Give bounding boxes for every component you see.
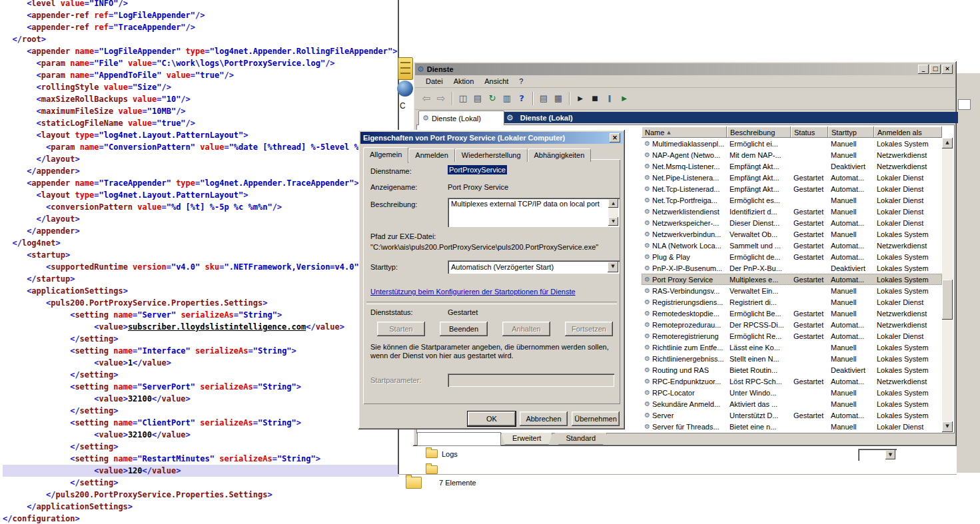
beschreibung-field[interactable]: Multiplexes external TCP/IP data on loca… [448, 198, 620, 227]
forward-icon[interactable]: ⇨ [434, 92, 448, 105]
starten-button[interactable]: Starten [377, 322, 425, 336]
xml-editor[interactable]: <level value="INFO"/> <appender-ref ref=… [0, 0, 400, 524]
filter-dropdown[interactable]: ▼ [858, 449, 897, 461]
dialog-tab[interactable]: Abhängigkeiten [528, 148, 592, 162]
service-row[interactable]: ⚙PnP-X-IP-Busenum...Der PnP-X-Bu...Deakt… [642, 262, 942, 274]
folder-item-logs[interactable]: Logs [426, 449, 458, 458]
column-header-label: Name [645, 129, 664, 136]
pause-icon[interactable]: ‖ [602, 92, 617, 105]
beenden-button[interactable]: Beenden [440, 322, 488, 336]
service-row[interactable]: ⚙Net.Tcp-Portfreiga...Ermöglicht es...Ma… [642, 194, 942, 206]
service-row[interactable]: ⚙Netzwerkspeicher-...Dieser Dienst...Ges… [642, 217, 942, 228]
column-header[interactable]: Anmelden als [874, 127, 942, 138]
status-bar: 7 Elemente [406, 477, 476, 489]
menu-item[interactable]: ? [514, 76, 528, 87]
dialog-tab[interactable]: Anmelden [408, 148, 455, 162]
service-row[interactable]: ⚙RPC-Endpunktzuor...Löst RPC-Sch...Gesta… [642, 376, 942, 387]
service-name: ⚙Registrierungsdiens... [642, 296, 727, 308]
ok-button[interactable]: OK [468, 411, 516, 426]
service-row[interactable]: ⚙Multimediaklassenpl...Ermöglicht ei...M… [642, 138, 942, 149]
beschreibung-scrollbar[interactable]: ▲ ▼ [608, 199, 618, 226]
service-row[interactable]: ⚙Netzwerkverbindun...Verwaltet Ob...Gest… [642, 228, 942, 240]
dropdown-arrow-icon[interactable]: ▼ [885, 450, 895, 459]
service-row[interactable]: ⚙Net.Msmq-Listener...Empfängt Akt...Deak… [642, 160, 942, 172]
dienstname-value[interactable]: PortProxyService [448, 165, 507, 174]
scrollbar-thumb[interactable] [942, 280, 953, 320]
scroll-down-icon[interactable]: ▼ [608, 217, 618, 226]
back-icon[interactable]: ⇦ [419, 92, 434, 105]
service-name: ⚙Remoteregistrierung [642, 330, 727, 342]
service-row[interactable]: ⚙Remotedesktopdie...Ermöglicht Be...Gest… [642, 308, 942, 319]
service-name: ⚙Net.Msmq-Listener... [642, 160, 727, 172]
service-row[interactable]: ⚙Remoteprozedurau...Der RPCSS-Di...Gesta… [642, 319, 942, 330]
export-icon[interactable]: ▥ [500, 92, 514, 105]
stop-icon[interactable]: ■ [588, 92, 602, 105]
service-row[interactable]: ⚙NAP-Agent (Netwo...Mit dem NAP-...Manue… [642, 149, 942, 160]
tree-icon[interactable]: ◫ [456, 92, 470, 105]
service-row[interactable]: ⚙Plug & PlayErmöglicht de...GestartetAut… [642, 251, 942, 262]
service-row[interactable]: ⚙NLA (Network Loca...Sammelt und ...Gest… [642, 240, 942, 251]
uebernehmen-button[interactable]: Übernehmen [572, 411, 620, 426]
xml-line: <setting name="Interface" serializeAs="S… [3, 345, 400, 357]
service-row[interactable]: ⚙Richtlinienergebniss...Stellt einen N..… [642, 353, 942, 364]
close-icon[interactable]: × [610, 133, 620, 142]
console-tree-tab[interactable]: ⚙ Dienste (Lokal) [418, 111, 504, 125]
column-header[interactable]: Beschreibung [727, 127, 791, 138]
title-bar[interactable]: ⚙ Dienste _ □ × [415, 63, 955, 75]
viewlist-icon[interactable]: ▤ [536, 92, 551, 105]
menu-item[interactable]: Aktion [448, 76, 480, 87]
dialog-tab[interactable]: Allgemein [363, 147, 408, 163]
minimize-button[interactable]: _ [918, 65, 929, 74]
service-row[interactable]: ⚙RAS-Verbindungsv...Verwaltet Ein...Manu… [642, 285, 942, 296]
column-header[interactable]: Starttyp [828, 127, 874, 138]
play-icon[interactable]: ▶ [573, 92, 588, 105]
service-row[interactable]: ⚙NetzwerklistendienstIdentifiziert d...G… [642, 206, 942, 217]
view-tab[interactable]: Standard [554, 433, 607, 445]
list-icon[interactable]: ▤ [470, 92, 485, 105]
folder-item-partial[interactable] [426, 465, 438, 474]
service-cell: Gestartet [791, 319, 828, 330]
service-row[interactable]: ⚙RPC-LocatorUnter Windo...ManuellLokales… [642, 387, 942, 398]
dropdown-arrow-icon[interactable]: ▼ [608, 262, 618, 272]
service-row[interactable]: ⚙Server für Threads...Bietet eine n...Ma… [642, 421, 942, 432]
service-row[interactable]: ⚙Net.Pipe-Listenera...Empfängt Akt...Ges… [642, 172, 942, 183]
view-tab[interactable]: Erweitert [501, 433, 552, 445]
scroll-down-icon[interactable]: ▼ [942, 421, 953, 432]
scroll-up-icon[interactable]: ▲ [608, 199, 618, 208]
service-name: ⚙Netzwerklistendienst [642, 206, 727, 217]
column-header[interactable]: Name▲ [642, 127, 727, 138]
menu-item[interactable]: Ansicht [479, 76, 514, 87]
startparameter-input[interactable] [448, 374, 614, 387]
close-button[interactable]: × [942, 65, 953, 74]
service-cell: Manuell [828, 308, 874, 319]
service-row[interactable]: ⚙RemoteregistrierungErmöglicht Re...Gest… [642, 330, 942, 342]
anhalten-button[interactable]: Anhalten [502, 322, 550, 336]
startoptions-help-link[interactable]: Unterstützung beim Konfigurieren der Sta… [370, 288, 576, 296]
service-row[interactable]: ⚙Routing und RASBietet Routin...Deaktivi… [642, 364, 942, 376]
abbrechen-button[interactable]: Abbrechen [520, 411, 568, 426]
vertical-scrollbar[interactable]: ▲ ▼ [942, 138, 953, 432]
service-row[interactable]: ⚙ServerUnterstützt D...GestartetAutomat.… [642, 409, 942, 421]
service-row[interactable]: ⚙Richtlinie zum Entfe...Lässt eine Ko...… [642, 342, 942, 353]
starttyp-combobox[interactable]: Automatisch (Verzögerter Start) ▼ [448, 260, 620, 274]
service-row[interactable]: ⚙Port Proxy ServiceMultiplexes e...Gesta… [642, 274, 942, 285]
refresh-icon[interactable]: ↻ [485, 92, 500, 105]
service-row[interactable]: ⚙Sekundäre Anmeld...Aktiviert das ...Man… [642, 398, 942, 409]
view-header-label: Dienste (Lokal) [520, 114, 573, 122]
scroll-up-icon[interactable]: ▲ [942, 138, 953, 148]
restart-icon[interactable]: ▶ [617, 92, 632, 105]
menu-item[interactable]: Datei [420, 76, 448, 87]
service-name: ⚙Multimediaklassenpl... [642, 138, 727, 149]
maximize-button[interactable]: □ [930, 65, 941, 74]
fortsetzen-button[interactable]: Fortsetzen [565, 322, 613, 336]
help-icon[interactable]: ? [514, 92, 529, 105]
service-row[interactable]: ⚙Net.Tcp-Listenerad...Empfängt Akt...Ges… [642, 183, 942, 194]
service-cell [791, 160, 828, 172]
dialog-title-bar[interactable]: Eigenschaften von Port Proxy Service (Lo… [360, 132, 623, 144]
column-header[interactable]: Status [791, 127, 828, 138]
viewdetail-icon[interactable]: ▦ [551, 92, 566, 105]
dialog-tab[interactable]: Wiederherstellung [455, 148, 528, 162]
service-name: ⚙Server [642, 409, 727, 421]
service-cell: Lokales System [874, 138, 942, 149]
service-row[interactable]: ⚙Registrierungsdiens...Registriert di...… [642, 296, 942, 308]
